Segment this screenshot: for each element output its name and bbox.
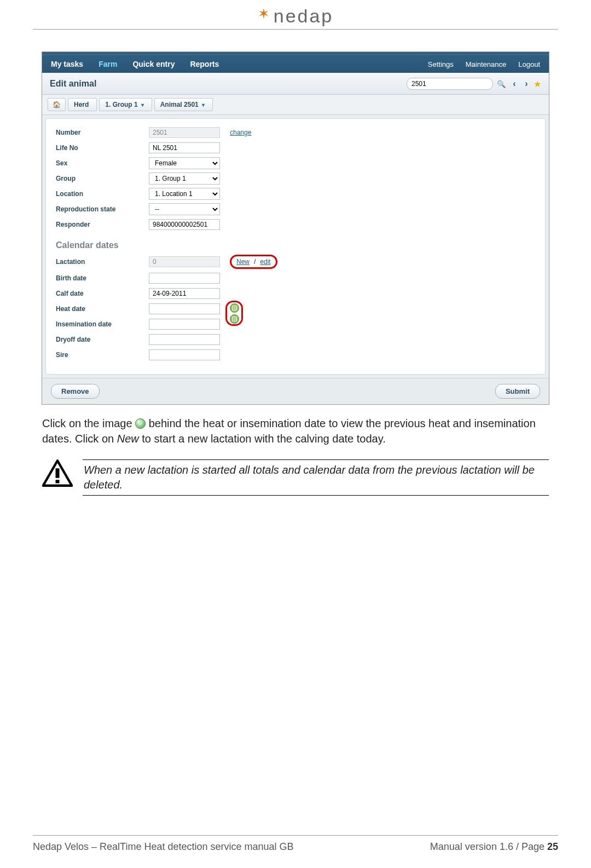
form-footer: Remove Submit [42,378,549,404]
label-dryoff-date: Dryoff date [56,336,149,343]
sub-header: Edit animal 🔍 ‹ › ★ [42,73,549,95]
remove-button[interactable]: Remove [51,384,100,399]
chevron-down-icon: ▾ [202,102,205,108]
input-life-no[interactable] [149,142,220,153]
breadcrumb-group[interactable]: 1. Group 1 ▾ [99,98,152,111]
select-repro[interactable]: -- [149,203,220,215]
input-calf-date[interactable] [149,288,220,299]
link-new-lactation[interactable]: New [236,258,250,266]
label-life-no: Life No [56,144,149,152]
svg-rect-2 [56,480,60,483]
history-icon[interactable] [230,303,239,313]
input-sire[interactable] [149,349,220,360]
select-sex[interactable]: Female [149,157,220,169]
breadcrumb-animal[interactable]: Animal 2501 ▾ [154,98,213,111]
app-screenshot: My tasks Farm Quick entry Reports Settin… [42,51,549,405]
label-sire: Sire [56,351,149,359]
label-responder: Responder [56,221,149,228]
footer-left: Nedap Velos – RealTime Heat detection se… [33,841,294,853]
prev-arrow-icon[interactable]: ‹ [509,79,519,89]
favorite-star-icon[interactable]: ★ [534,79,541,89]
input-dryoff-date[interactable] [149,334,220,345]
highlight-new-edit: New / edit [230,255,277,269]
nav-reports[interactable]: Reports [190,60,219,68]
input-responder[interactable] [149,219,220,230]
label-number: Number [56,129,149,136]
link-edit-lactation[interactable]: edit [260,258,270,266]
select-location[interactable]: 1. Location 1 [149,188,220,200]
home-icon: 🏠 [53,101,61,108]
form-body: Number change Life No Sex Female Group 1… [45,118,546,375]
label-group: Group [56,175,149,182]
page-footer: Nedap Velos – RealTime Heat detection se… [33,835,558,853]
warning-text: When a new lactation is started all tota… [83,459,549,496]
sep: / [254,258,256,266]
input-number [149,127,220,138]
input-heat-date[interactable] [149,303,220,314]
page-header: ✶ nedap [33,0,558,30]
nav-my-tasks[interactable]: My tasks [51,60,83,68]
label-heat-date: Heat date [56,305,149,313]
label-birth-date: Birth date [56,274,149,282]
label-location: Location [56,190,149,198]
warning-icon [42,459,73,489]
history-icon[interactable] [230,314,239,324]
breadcrumb-home[interactable]: 🏠 [48,98,66,111]
footer-right: Manual version 1.6 / Page 25 [430,841,558,853]
label-insem-date: Insemination date [56,320,149,328]
nav-settings[interactable]: Settings [428,60,454,68]
logo-text: nedap [274,5,334,27]
history-sphere-icon [135,418,146,429]
instruction-paragraph: Click on the image behind the heat or in… [42,416,549,446]
submit-button[interactable]: Submit [495,384,540,399]
input-insem-date[interactable] [149,319,220,330]
label-calf-date: Calf date [56,290,149,297]
nav-quick-entry[interactable]: Quick entry [132,60,175,68]
breadcrumb-herd[interactable]: Herd [68,98,97,111]
search-input[interactable] [407,78,493,90]
nav-logout[interactable]: Logout [518,60,540,68]
nav-farm[interactable]: Farm [99,60,117,68]
search-icon[interactable]: 🔍 [495,80,507,88]
highlight-history-icons [225,301,243,326]
logo-star-icon: ✶ [258,5,271,22]
input-lactation [149,256,220,267]
nedap-logo: ✶ nedap [258,5,334,27]
input-birth-date[interactable] [149,273,220,284]
chevron-down-icon: ▾ [141,102,144,108]
breadcrumb: 🏠 Herd 1. Group 1 ▾ Animal 2501 ▾ [42,95,549,115]
nav-maintenance[interactable]: Maintenance [466,60,506,68]
label-repro: Reproduction state [56,205,149,213]
page-title: Edit animal [50,79,96,89]
label-lactation: Lactation [56,258,149,266]
next-arrow-icon[interactable]: › [522,79,531,89]
svg-rect-1 [56,468,60,478]
warning-box: When a new lactation is started all tota… [42,459,549,496]
link-change-number[interactable]: change [230,129,251,136]
calendar-heading: Calendar dates [56,240,535,250]
label-sex: Sex [56,159,149,167]
main-nav: My tasks Farm Quick entry Reports Settin… [42,55,549,73]
select-group[interactable]: 1. Group 1 [149,173,220,185]
